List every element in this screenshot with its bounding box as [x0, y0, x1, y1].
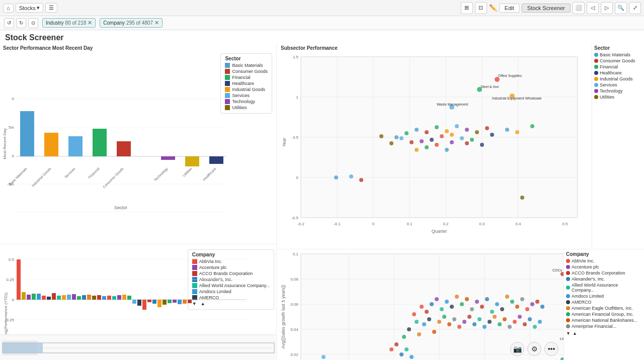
svg-point-132: [410, 140, 414, 144]
svg-text:Quarter: Quarter: [432, 229, 447, 234]
svg-point-114: [425, 130, 429, 134]
svg-point-113: [415, 128, 419, 132]
mini-chart-svg: [0, 335, 277, 360]
rl-technology: Technology: [594, 88, 644, 94]
share-btn[interactable]: •••: [544, 342, 558, 356]
svg-text:Steel & Iron: Steel & Iron: [480, 85, 499, 88]
fullscreen-btn[interactable]: ⤢: [629, 2, 641, 14]
stocks-btn[interactable]: Stocks ▾: [16, 3, 43, 13]
svg-point-228: [402, 335, 406, 339]
filter-nav-fwd[interactable]: ↻: [16, 18, 26, 28]
svg-point-125: [450, 133, 454, 137]
svg-rect-10: [44, 133, 58, 156]
svg-rect-57: [122, 295, 126, 300]
svg-rect-60: [137, 300, 141, 306]
svg-point-211: [467, 315, 471, 319]
layout-btn[interactable]: ⊞: [461, 2, 473, 14]
svg-text:0: 0: [296, 175, 299, 180]
svg-point-236: [410, 355, 414, 359]
home-btn[interactable]: ⌂: [3, 4, 14, 13]
svg-text:Sector: Sector: [114, 205, 127, 210]
svg-text:Consumer Goods: Consumer Goods: [102, 166, 124, 189]
svg-point-190: [485, 297, 489, 301]
legend-utilities: Utilities: [225, 105, 268, 110]
svg-rect-69: [183, 300, 187, 304]
svg-rect-70: [188, 300, 192, 303]
svg-point-143: [415, 148, 419, 152]
legend-scroll-up[interactable]: ▲: [573, 331, 577, 336]
svg-text:Industrial Goods: Industrial Goods: [31, 166, 52, 187]
industry-filter[interactable]: Industry 80 of 218 ✕: [42, 18, 96, 28]
svg-text:0.1: 0.1: [293, 252, 299, 256]
filter-nav-reset[interactable]: ⊙: [28, 18, 38, 28]
filter-nav-back[interactable]: ↺: [4, 18, 14, 28]
crl-accenture: Accenture plc: [566, 264, 642, 269]
svg-point-223: [528, 317, 532, 321]
toolbar-left: ⌂ Stocks ▾ ☰: [3, 3, 57, 13]
svg-point-235: [405, 347, 409, 351]
rl-healthcare: Healthcare: [594, 70, 644, 75]
svg-point-222: [523, 322, 527, 326]
camera-btn[interactable]: 📷: [510, 342, 524, 356]
svg-text:0.02: 0.02: [290, 352, 298, 357]
svg-point-182: [450, 305, 454, 309]
menu-btn[interactable]: ☰: [45, 3, 57, 13]
svg-point-134: [515, 130, 519, 134]
settings-btn[interactable]: ⚙: [527, 342, 541, 356]
svg-text:1.5: 1.5: [293, 55, 299, 59]
svg-text:0.3: 0.3: [479, 222, 485, 226]
company-scatter-section: 📷 ⚙ •••: [277, 249, 644, 360]
filter-nav: ↺ ↻ ⊙: [4, 18, 38, 28]
svg-rect-51: [92, 296, 96, 300]
mini-chart: [0, 335, 276, 360]
svg-rect-36: [17, 259, 21, 300]
company-label: Company: [103, 20, 125, 26]
svg-rect-47: [72, 294, 76, 300]
svg-rect-16: [209, 156, 223, 164]
svg-point-129: [490, 133, 494, 137]
crl-american-national: American National Bankshares...: [566, 318, 642, 323]
svg-point-179: [430, 302, 434, 306]
company-bar-svg: Avg(Performance (YTD)) 0.5 0.25 0 -0.25: [0, 249, 252, 335]
screener-button[interactable]: Stock Screener: [522, 4, 571, 13]
svg-point-186: [470, 307, 474, 311]
svg-text:0.4: 0.4: [515, 222, 521, 226]
svg-text:Healthcare: Healthcare: [202, 167, 217, 182]
svg-rect-9: [20, 111, 34, 156]
svg-point-105: [495, 77, 500, 82]
legend-scroll-down[interactable]: ▼: [566, 331, 571, 336]
company-close[interactable]: ✕: [154, 20, 159, 26]
svg-rect-49: [82, 295, 86, 300]
svg-point-205: [437, 320, 441, 324]
export-btn[interactable]: ⬜: [573, 2, 585, 14]
company-filter[interactable]: Company 295 of 4807 ✕: [100, 18, 163, 28]
search-btn[interactable]: 🔍: [615, 2, 627, 14]
edit-button[interactable]: Edit: [499, 4, 520, 13]
svg-rect-50: [87, 295, 91, 300]
svg-rect-44: [57, 296, 61, 300]
svg-text:5m: 5m: [9, 125, 14, 130]
svg-point-189: [480, 305, 484, 309]
svg-rect-55: [112, 296, 116, 300]
industry-close[interactable]: ✕: [88, 20, 92, 26]
svg-point-120: [430, 138, 434, 142]
crl-american-financial: American Financial Group, Inc.: [566, 312, 642, 317]
svg-point-181: [445, 300, 449, 304]
nav-prev-btn[interactable]: ◁: [587, 2, 599, 14]
legend-basic-materials: Basic Materials: [225, 63, 268, 68]
svg-rect-75: [3, 343, 43, 353]
layout2-btn[interactable]: ⊡: [475, 2, 487, 14]
svg-point-139: [425, 145, 429, 149]
sector-right-legend: Sector Basic Materials Consumer Goods Fi…: [592, 43, 644, 249]
svg-text:Financial: Financial: [88, 166, 100, 179]
svg-rect-41: [42, 296, 46, 300]
nav-next-btn[interactable]: ▷: [601, 2, 613, 14]
svg-point-215: [488, 320, 492, 324]
rl-consumer-goods: Consumer Goods: [594, 58, 644, 63]
industry-label: Industry: [46, 20, 64, 26]
svg-rect-59: [132, 300, 136, 304]
svg-text:1: 1: [296, 95, 299, 100]
svg-point-206: [442, 315, 446, 319]
svg-point-184: [460, 302, 464, 306]
legend-scroll-controls: ▼ ▲: [566, 331, 642, 336]
